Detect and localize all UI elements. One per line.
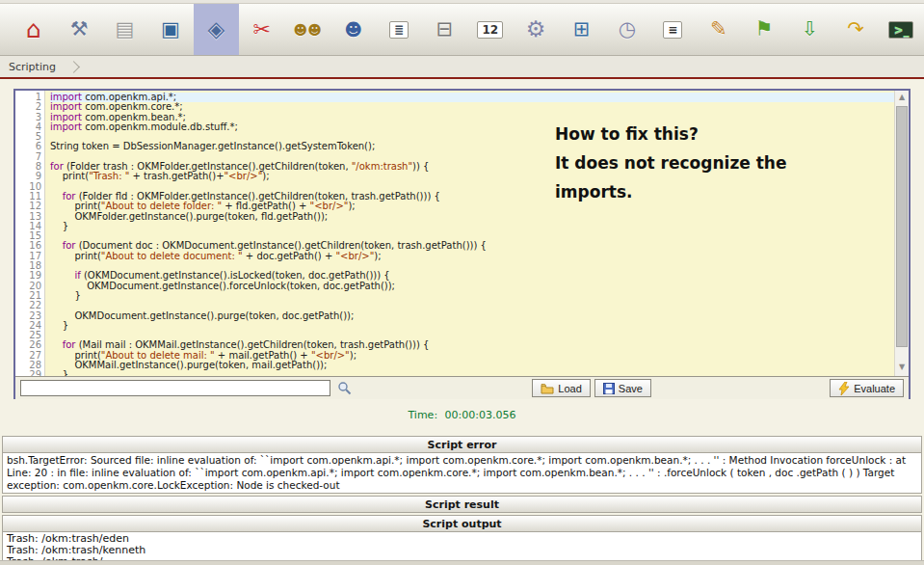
code-line-6[interactable]: String token = DbSessionManager.getInsta… (50, 142, 894, 151)
editor-gutter: 1234567891011121314151617181920212223242… (15, 91, 45, 376)
script-path-input[interactable] (20, 380, 330, 396)
scheduler-clock-button[interactable]: ◷ (604, 4, 649, 55)
system-monitor-icon: ▣ (161, 19, 180, 40)
calendar-button[interactable]: 12 (467, 4, 513, 55)
calendar-icon: 12 (477, 21, 503, 39)
tools-button[interactable]: ⚒ (56, 4, 101, 55)
utilities-button[interactable]: ✂ (239, 4, 284, 55)
time-value: 00:00:03.056 (445, 409, 516, 421)
output-line: Trash: /okm:trash/kenneth (7, 545, 917, 556)
language-flag-button[interactable]: ⚑ (742, 4, 787, 55)
line-number: 29 (15, 370, 41, 377)
editor-code[interactable]: import com.openkm.api.*;import com.openk… (45, 91, 894, 376)
code-line-21[interactable]: } (50, 291, 894, 301)
load-button-label: Load (558, 383, 581, 394)
printer-icon: ⊟ (436, 19, 454, 40)
report-search-button[interactable]: ≣ (376, 4, 421, 55)
evaluate-button-label: Evaluate (854, 383, 895, 394)
database-import-icon: ⇩ (802, 19, 819, 40)
save-button[interactable]: Save (594, 379, 651, 397)
script-output-header: Script output (2, 515, 922, 532)
save-button-label: Save (619, 383, 643, 394)
toolbar: ⌂⚒▤▣◈✂☻☻☻≣⊟12⚙⊞◷≡✎⚑⇩↷>_ (0, 4, 924, 56)
scripting-button[interactable]: ◈ (194, 4, 239, 55)
activity-log-button[interactable]: ≡ (650, 4, 696, 55)
document-check-icon: ▤ (116, 19, 135, 40)
admin-window: ⌂⚒▤▣◈✂☻☻☻≣⊟12⚙⊞◷≡✎⚑⇩↷>_ Scripting 123456… (0, 0, 924, 565)
system-monitor-button[interactable]: ▣ (147, 4, 193, 55)
tools-icon: ⚒ (70, 19, 89, 40)
line-number: 22 (15, 301, 41, 310)
code-line-13[interactable]: OKMFolder.getInstance().purge(token, fld… (50, 212, 894, 222)
time-label: Time: (408, 409, 437, 421)
scripting-icon: ◈ (207, 18, 224, 40)
folder-icon (541, 383, 554, 394)
report-search-icon: ≣ (389, 21, 409, 39)
home-icon: ⌂ (26, 17, 41, 41)
settings-gear-icon: ⚙ (526, 18, 546, 40)
windows-button[interactable]: ⊞ (559, 4, 604, 55)
user-profiles-icon: ☻ (344, 21, 362, 39)
database-export-button[interactable]: ↷ (832, 4, 878, 55)
code-line-29[interactable]: } (50, 370, 894, 376)
code-editor[interactable]: 1234567891011121314151617181920212223242… (15, 91, 909, 377)
console-icon: >_ (888, 21, 913, 39)
scroll-down-icon[interactable]: ▼ (895, 361, 909, 374)
printer-button[interactable]: ⊟ (422, 4, 467, 55)
code-line-14[interactable]: } (50, 222, 894, 231)
script-error-header: Script error (2, 436, 922, 453)
code-line-28[interactable]: OKMMail.getInstance().purge(token, mail.… (50, 361, 894, 370)
code-line-17[interactable]: print("About to delete document: " + doc… (50, 252, 894, 261)
code-line-20[interactable]: OKMDocument.getInstance().forceUnlock(to… (50, 282, 894, 291)
language-flag-icon: ⚑ (755, 19, 774, 40)
editor-scrollbar[interactable]: ▲ ▼ (894, 91, 909, 376)
customization-button[interactable]: ✎ (696, 4, 741, 55)
windows-icon: ⊞ (573, 19, 591, 40)
tab-separator-chevron (67, 61, 80, 73)
code-line-9[interactable]: print("Trash: " + trash.getPath()+"<br/>… (50, 172, 894, 181)
tab-bar: Scripting (0, 56, 924, 79)
floppy-disk-icon (603, 383, 615, 394)
scheduler-clock-icon: ◷ (619, 19, 636, 40)
users-icon: ☻☻ (294, 23, 322, 37)
code-line-4[interactable]: import com.openkm.module.db.stuff.*; (50, 122, 894, 132)
console-button[interactable]: >_ (879, 4, 924, 55)
scripting-panel: 1234567891011121314151617181920212223242… (13, 89, 911, 399)
load-button[interactable]: Load (532, 379, 590, 397)
script-result-header: Script result (2, 496, 922, 513)
tab-scripting-label: Scripting (9, 61, 56, 73)
scrollbar-thumb[interactable] (896, 106, 908, 347)
window-bottom-edge (0, 560, 924, 565)
lightning-icon (838, 382, 850, 395)
execution-time: Time: 00:00:03.056 (0, 409, 924, 421)
script-error-content: bsh.TargetError: Sourced file: inline ev… (2, 453, 922, 494)
browse-script-button[interactable] (334, 380, 354, 396)
scroll-up-icon[interactable]: ▲ (895, 91, 909, 104)
users-button[interactable]: ☻☻ (284, 4, 330, 55)
user-profiles-button[interactable]: ☻ (330, 4, 376, 55)
database-import-button[interactable]: ⇩ (787, 4, 832, 55)
customization-icon: ✎ (710, 19, 727, 40)
evaluate-button[interactable]: Evaluate (830, 379, 904, 397)
document-check-button[interactable]: ▤ (102, 4, 147, 55)
home-button[interactable]: ⌂ (11, 4, 56, 55)
code-line-24[interactable]: } (50, 321, 894, 331)
activity-log-icon: ≡ (663, 21, 682, 39)
database-export-icon: ↷ (847, 19, 864, 40)
result-sections: Script error bsh.TargetError: Sourced fi… (2, 436, 922, 565)
tab-scripting[interactable]: Scripting (0, 56, 88, 77)
magnifier-icon (337, 381, 352, 395)
code-line-23[interactable]: OKMDocument.getInstance().purge(token, d… (50, 311, 894, 321)
editor-controls: Load Save Evaluate (15, 377, 909, 399)
utilities-icon: ✂ (253, 19, 271, 40)
settings-gear-button[interactable]: ⚙ (513, 4, 558, 55)
